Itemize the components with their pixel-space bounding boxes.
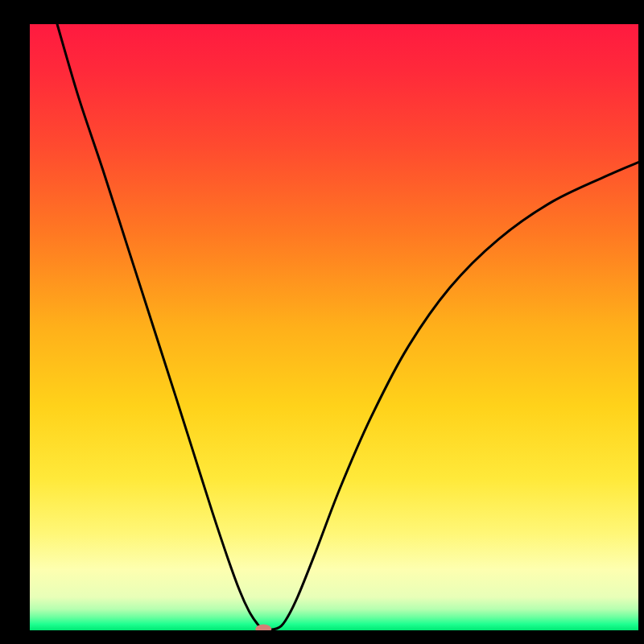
chart-frame: TheBottleneck.com <box>0 0 644 644</box>
plot-background <box>30 24 638 630</box>
frame-top <box>0 0 644 24</box>
frame-right <box>638 0 644 644</box>
frame-left <box>0 0 30 644</box>
bottleneck-chart <box>0 0 644 644</box>
frame-bottom <box>0 630 644 644</box>
